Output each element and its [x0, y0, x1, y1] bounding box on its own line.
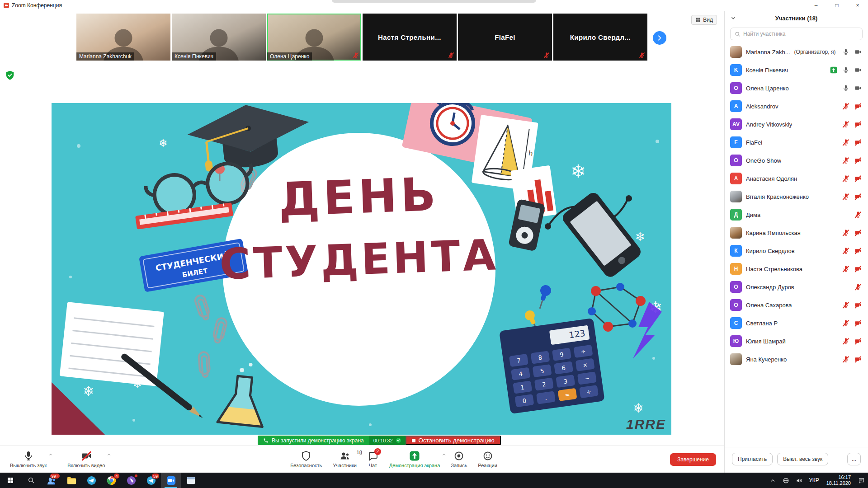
camera-off-icon[interactable] — [854, 301, 862, 309]
participant-row[interactable]: ООлена Сахарова — [725, 296, 868, 314]
share-options-caret[interactable] — [442, 451, 446, 456]
participants-button[interactable]: 18 Участники — [329, 446, 360, 473]
start-button[interactable] — [0, 473, 21, 488]
minimize-button[interactable]: – — [806, 0, 826, 11]
mic-muted-icon[interactable] — [842, 175, 849, 182]
camera-on-icon[interactable] — [854, 84, 862, 92]
language-indicator[interactable]: УКР — [806, 473, 822, 488]
record-button[interactable]: Запись — [447, 446, 471, 473]
taskbar-app-zoom-icon[interactable] — [161, 473, 181, 488]
taskbar-app-window-icon[interactable] — [181, 473, 201, 488]
participant-row[interactable]: FFlaFel — [725, 133, 868, 151]
close-button[interactable]: × — [847, 0, 868, 11]
camera-off-icon[interactable] — [854, 175, 862, 182]
mic-muted-icon[interactable] — [842, 157, 849, 164]
share-status-message-area: Вы запустили демонстрацию экрана — [258, 436, 369, 445]
camera-off-icon[interactable] — [854, 229, 862, 236]
reactions-button[interactable]: Реакции — [474, 446, 501, 473]
participants-caret[interactable] — [359, 451, 363, 456]
video-tile[interactable]: Настя Стрельни... — [363, 14, 457, 61]
mute-all-button[interactable]: Выкл. весь звук — [777, 453, 828, 465]
mute-button[interactable]: Выключить звук — [6, 446, 50, 473]
mic-on-icon[interactable] — [842, 48, 849, 56]
invite-button[interactable]: Пригласить — [732, 453, 773, 465]
participant-row[interactable]: AAleksandrov — [725, 97, 868, 115]
end-meeting-button[interactable]: Завершение — [670, 453, 716, 466]
mic-on-icon[interactable] — [842, 84, 849, 92]
camera-off-icon[interactable] — [854, 103, 862, 110]
camera-off-icon[interactable] — [854, 319, 862, 327]
mic-muted-icon[interactable] — [854, 283, 862, 291]
chat-button[interactable]: 2 Чат — [364, 446, 382, 473]
video-tile[interactable]: Кирило Свердл... — [553, 14, 647, 61]
camera-on-icon[interactable] — [854, 48, 862, 56]
video-tile[interactable]: Ксенія Гінкевич — [172, 14, 266, 61]
mic-muted-icon[interactable] — [842, 319, 849, 327]
camera-off-icon[interactable] — [854, 157, 862, 164]
participant-row[interactable]: KКсенія Гінкевич — [725, 61, 868, 79]
taskbar-app-viber-icon[interactable] — [121, 473, 141, 488]
video-options-caret[interactable] — [107, 451, 111, 456]
video-tile[interactable]: FlaFel — [458, 14, 552, 61]
participant-row[interactable]: ККирило Свердлов — [725, 242, 868, 260]
mic-muted-icon[interactable] — [842, 265, 849, 272]
participant-row[interactable]: ССветлана Р — [725, 314, 868, 332]
taskbar-app-telegram-icon[interactable] — [81, 473, 101, 488]
maximize-button[interactable]: □ — [826, 0, 847, 11]
participant-row[interactable]: OOneGo Show — [725, 151, 868, 169]
mic-muted-icon[interactable] — [842, 229, 849, 236]
participant-row[interactable]: OОлена Царенко — [725, 79, 868, 97]
camera-off-icon[interactable] — [854, 193, 862, 200]
taskbar-clock[interactable]: 16:17 18.11.2020 — [822, 473, 855, 488]
participant-row[interactable]: AVAndrey Vitkovskiy — [725, 115, 868, 133]
camera-off-icon[interactable] — [854, 265, 862, 272]
participant-row[interactable]: Віталія Красноноженко — [725, 188, 868, 206]
share-control-pill[interactable] — [332, 0, 536, 3]
mic-muted-icon[interactable] — [842, 338, 849, 345]
security-button[interactable]: Безопасность — [287, 446, 326, 473]
mic-muted-icon[interactable] — [842, 193, 849, 200]
video-strip-next-button[interactable] — [653, 31, 666, 45]
mic-muted-icon[interactable] — [842, 121, 849, 128]
mic-on-icon[interactable] — [842, 66, 849, 74]
camera-off-icon[interactable] — [854, 356, 862, 363]
mic-muted-icon[interactable] — [842, 103, 849, 110]
volume-icon[interactable] — [793, 473, 806, 488]
participant-row[interactable]: Яна Кучеренко — [725, 350, 868, 368]
stop-share-button[interactable]: Остановить демонстрацию — [406, 436, 501, 445]
share-screen-button[interactable]: Демонстрация экрана — [386, 446, 443, 473]
taskbar-app-people-icon[interactable]: 99+ — [42, 473, 61, 488]
camera-on-icon[interactable] — [854, 66, 862, 74]
participant-row[interactable]: ЮЮлия Шамрай — [725, 332, 868, 350]
participant-row[interactable]: Карина Ямпольская — [725, 224, 868, 242]
camera-off-icon[interactable] — [854, 338, 862, 345]
mic-muted-icon[interactable] — [854, 211, 862, 218]
camera-off-icon[interactable] — [854, 139, 862, 146]
video-tile[interactable]: Marianna Zakharchuk — [76, 14, 170, 61]
tray-overflow-button[interactable] — [766, 473, 779, 488]
participant-row[interactable]: ДДима — [725, 206, 868, 224]
participant-row[interactable]: AАнастасия Одолян — [725, 169, 868, 188]
taskbar-app-telegram2-icon[interactable]: 59 — [141, 473, 161, 488]
network-icon[interactable] — [779, 473, 793, 488]
view-button[interactable]: Вид — [691, 15, 717, 25]
mic-muted-icon[interactable] — [842, 356, 849, 363]
mute-options-caret[interactable] — [48, 451, 53, 456]
notification-center-icon[interactable] — [855, 473, 868, 488]
search-input[interactable] — [743, 31, 858, 37]
video-tile[interactable]: Олена Царенко — [267, 14, 361, 61]
mic-muted-icon[interactable] — [842, 301, 849, 309]
camera-off-icon[interactable] — [854, 121, 862, 128]
panel-collapse-button[interactable] — [730, 15, 736, 21]
mic-muted-icon[interactable] — [842, 247, 849, 254]
camera-off-icon[interactable] — [854, 247, 862, 254]
more-options-button[interactable]: ... — [847, 453, 861, 465]
taskbar-search-button[interactable] — [21, 473, 42, 488]
taskbar-app-explorer-icon[interactable] — [61, 473, 81, 488]
start-video-button[interactable]: Включить видео — [64, 446, 108, 473]
participant-row[interactable]: Marianna Zakh...(Организатор, я) — [725, 43, 868, 61]
mic-muted-icon[interactable] — [842, 139, 849, 146]
taskbar-app-chrome-icon[interactable]: 4 — [101, 473, 121, 488]
participant-row[interactable]: ООлександр Дуров — [725, 278, 868, 296]
participant-row[interactable]: ННастя Стрельникова — [725, 260, 868, 278]
